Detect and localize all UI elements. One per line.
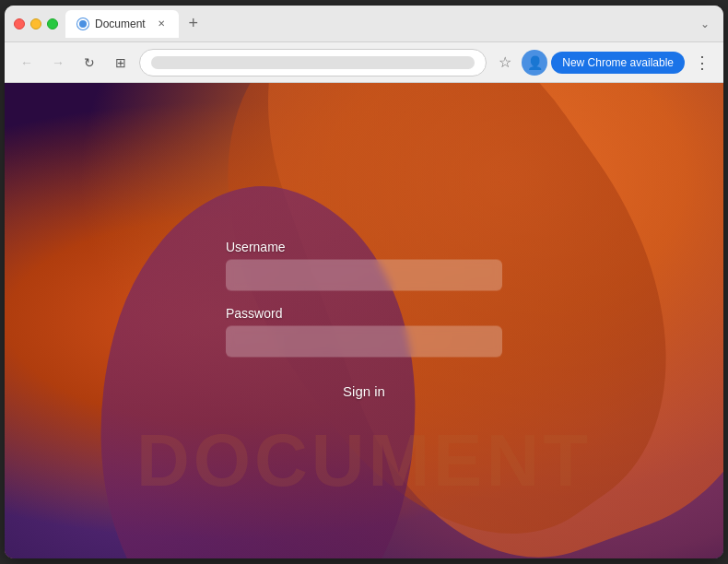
chevron-down-icon[interactable]: ⌄ [696,15,714,33]
tab-favicon [76,18,89,30]
address-bar[interactable] [139,49,487,76]
minimize-window-button[interactable] [30,18,41,29]
extensions-button[interactable]: ⊞ [108,50,134,76]
password-label: Password [226,306,502,321]
address-text [151,56,475,69]
maximize-window-button[interactable] [47,18,58,29]
bookmark-button[interactable]: ☆ [492,50,518,76]
title-bar: Document ✕ + ⌄ [5,6,723,42]
browser-window: Document ✕ + ⌄ ← → ↻ ⊞ [5,6,723,558]
more-options-button[interactable]: ⋮ [688,50,714,76]
login-form: Username Password Sign in [226,240,502,403]
star-icon: ☆ [499,53,511,71]
profile-icon: 👤 [527,55,543,70]
window-controls-right: ⌄ [696,15,714,33]
refresh-button[interactable]: ↻ [76,50,102,76]
nav-right-actions: ☆ 👤 New Chrome available ⋮ [492,50,714,76]
chrome-update-label: New Chrome available [562,56,674,69]
nav-bar: ← → ↻ ⊞ ☆ 👤 New Chrome available ⋮ [5,42,723,83]
back-icon: ← [20,55,33,70]
forward-icon: → [52,55,65,70]
signin-button[interactable]: Sign in [328,380,400,403]
username-label: Username [226,240,502,254]
active-tab[interactable]: Document ✕ [65,10,179,38]
traffic-lights [14,18,58,29]
back-button[interactable]: ← [14,50,40,76]
new-tab-button[interactable]: + [182,13,205,35]
tab-close-button[interactable]: ✕ [155,18,168,30]
refresh-icon: ↻ [84,55,95,70]
extensions-icon: ⊞ [115,55,126,70]
profile-button[interactable]: 👤 [522,50,547,76]
password-group: Password [226,306,502,358]
chrome-update-button[interactable]: New Chrome available [551,52,685,74]
page-content: DOCUMENT Username Password Sign in [5,83,723,558]
tab-bar: Document ✕ + [65,10,688,38]
more-icon: ⋮ [694,53,710,73]
username-input[interactable] [226,260,502,291]
tab-title: Document [95,18,146,30]
watermark: DOCUMENT [136,418,592,503]
plus-icon: + [188,14,198,33]
username-group: Username [226,240,502,291]
close-window-button[interactable] [14,18,25,29]
forward-button[interactable]: → [45,50,71,76]
password-input[interactable] [226,326,502,358]
